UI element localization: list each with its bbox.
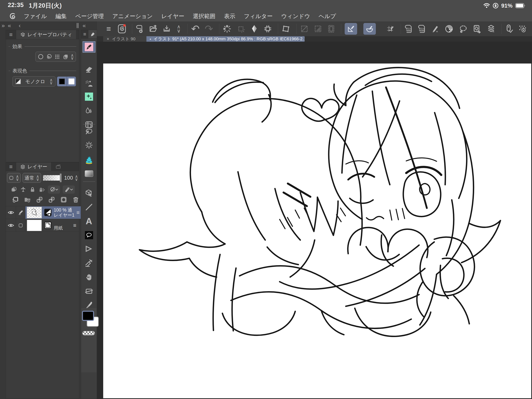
opacity-stepper[interactable]: ∧∨ xyxy=(75,175,78,181)
menu-selection[interactable]: 選択範囲 xyxy=(193,13,215,20)
dock-collapse-right-icon[interactable]: « xyxy=(82,23,86,28)
tab-animation-cel[interactable] xyxy=(51,162,65,171)
tone-effect-icon[interactable] xyxy=(46,54,52,60)
tool-decoration[interactable] xyxy=(85,93,93,101)
layer-panel-menu-icon[interactable]: ≡ xyxy=(6,162,16,171)
toolbar-menu-icon[interactable]: ≡ xyxy=(105,24,113,34)
canvas-area[interactable] xyxy=(97,42,532,399)
tone-settings-icon[interactable] xyxy=(518,24,527,34)
white-color-swatch[interactable] xyxy=(67,77,76,86)
layer-color-icon[interactable] xyxy=(63,54,69,60)
transfer-to-lower-layer-icon[interactable] xyxy=(36,196,43,203)
tab-layers[interactable]: レイヤー xyxy=(16,162,51,171)
change-pattern-icon[interactable] xyxy=(473,24,481,34)
toolbar-updown-icon[interactable]: ∧∨ xyxy=(176,24,182,34)
document-canvas[interactable] xyxy=(103,64,531,398)
tool-gradient[interactable] xyxy=(85,170,93,177)
panel-grip[interactable] xyxy=(77,23,78,28)
undo-icon[interactable]: ↶ xyxy=(191,24,200,34)
new-raster-layer-icon[interactable] xyxy=(12,196,19,203)
snap-special-icon[interactable] xyxy=(314,24,322,34)
menu-filter[interactable]: フィルター xyxy=(244,13,273,20)
color-mode-dropdown[interactable]: モノクロ ∧∨ xyxy=(13,76,56,86)
close-tab-icon[interactable]: × xyxy=(107,36,109,41)
clear-icon[interactable] xyxy=(222,24,232,34)
tool-strip-tab[interactable] xyxy=(89,30,97,38)
fill-drop-icon[interactable] xyxy=(250,24,258,34)
tool-line[interactable] xyxy=(85,203,93,211)
dock-back-icon[interactable]: ‹ xyxy=(19,23,21,28)
tab-illust-90[interactable]: × イラスト 90 xyxy=(103,36,146,42)
clip-studio-logo-icon[interactable] xyxy=(9,13,16,20)
tool-selection-lasso[interactable] xyxy=(85,128,93,136)
color-mode-stepper[interactable]: ∧∨ xyxy=(50,78,53,84)
redo-icon[interactable]: ↷ xyxy=(205,24,213,34)
tab-layer-property[interactable]: レイヤープロパティ xyxy=(16,30,76,39)
tool-ruler[interactable] xyxy=(85,259,93,268)
delete-layer-icon[interactable] xyxy=(72,196,79,203)
layer-set-icon[interactable] xyxy=(487,24,496,34)
tool-hand[interactable] xyxy=(85,273,93,281)
lock-transparent-pixels-icon[interactable] xyxy=(38,186,45,193)
layer-row-1[interactable]: 100 % 通 レイヤー1 ≡ xyxy=(6,206,79,219)
clip-studio-home-icon[interactable] xyxy=(118,24,126,34)
crop-icon[interactable] xyxy=(263,24,272,34)
combine-to-lower-layer-icon[interactable] xyxy=(48,196,55,203)
transparent-color-pill[interactable] xyxy=(82,331,95,335)
blend-mode-combo[interactable]: 通常 ∧∨ xyxy=(23,173,41,183)
deselect-icon[interactable] xyxy=(237,24,245,34)
layer1-menu-icon[interactable]: ≡ xyxy=(76,209,81,216)
layer1-editing-pen-icon[interactable] xyxy=(16,206,25,219)
menu-window[interactable]: ウィンドウ xyxy=(281,13,310,20)
dot-tone-icon[interactable] xyxy=(54,54,60,60)
snap-off-icon[interactable] xyxy=(300,24,309,34)
dock-expand-icon[interactable]: » xyxy=(1,23,5,28)
save-icon[interactable] xyxy=(163,24,171,34)
tool-eraser[interactable] xyxy=(85,65,93,74)
stylus-settings-icon[interactable] xyxy=(505,24,513,34)
tool-airbrush[interactable] xyxy=(85,79,93,88)
effect-stepper[interactable]: ∧∨ xyxy=(71,54,74,60)
new-canvas-icon[interactable] xyxy=(136,24,144,34)
tab-illust-91[interactable]: ● イラスト 91* (A5 210.00 x 148.00mm 350dpi … xyxy=(146,36,304,42)
transform-icon[interactable] xyxy=(282,24,291,34)
disable-mask-button[interactable] xyxy=(48,186,60,194)
opacity-slider-handle[interactable] xyxy=(60,174,62,182)
border-effect-icon[interactable] xyxy=(38,54,44,60)
tool-text[interactable]: A xyxy=(86,216,92,226)
tool-balloon[interactable] xyxy=(85,231,93,239)
opacity-slider[interactable] xyxy=(43,175,61,180)
tool-auto-select[interactable] xyxy=(85,141,93,149)
open-file-icon[interactable] xyxy=(149,24,158,34)
lasso-fill-icon[interactable] xyxy=(459,24,468,34)
main-color-black[interactable] xyxy=(82,311,94,321)
menu-file[interactable]: ファイル xyxy=(24,13,47,20)
clip-to-layer-below-icon[interactable] xyxy=(11,186,17,193)
snap-to-special-ruler-icon[interactable] xyxy=(363,23,376,35)
menu-help[interactable]: ヘルプ xyxy=(319,13,336,20)
snap-to-grid-icon[interactable] xyxy=(386,24,395,34)
black-color-swatch[interactable] xyxy=(57,77,66,86)
menu-page[interactable]: ページ管理 xyxy=(75,13,104,20)
export-png-icon[interactable]: png xyxy=(418,24,426,34)
reference-layer-icon[interactable] xyxy=(20,186,26,193)
layer1-visibility-eye-icon[interactable] xyxy=(6,206,16,219)
layer-row-2[interactable]: 用紙 ≡ xyxy=(6,219,79,232)
menu-animation[interactable]: アニメーション xyxy=(112,13,153,20)
snap-grid-icon[interactable] xyxy=(327,24,335,34)
tool-rotate-canvas[interactable] xyxy=(85,287,93,296)
panel-menu-icon[interactable]: ≡ xyxy=(6,30,16,39)
lock-layer-icon[interactable] xyxy=(29,186,36,193)
tool-pen[interactable] xyxy=(82,41,95,53)
palette-color-combo[interactable]: ∧∨ xyxy=(7,173,21,183)
paper-menu-icon[interactable]: ≡ xyxy=(73,222,77,229)
tool-blend[interactable] xyxy=(85,106,93,115)
new-folder-icon[interactable] xyxy=(24,196,31,203)
layer1-thumbnail[interactable] xyxy=(27,207,42,218)
snap-to-ruler-icon[interactable] xyxy=(345,23,357,35)
tool-object[interactable] xyxy=(84,189,94,198)
quick-share-pen-icon[interactable] xyxy=(431,24,439,34)
menu-view[interactable]: 表示 xyxy=(224,13,235,20)
ruler-visibility-button[interactable] xyxy=(63,186,75,194)
tool-strip-menu-icon[interactable]: ≡ xyxy=(81,30,89,38)
